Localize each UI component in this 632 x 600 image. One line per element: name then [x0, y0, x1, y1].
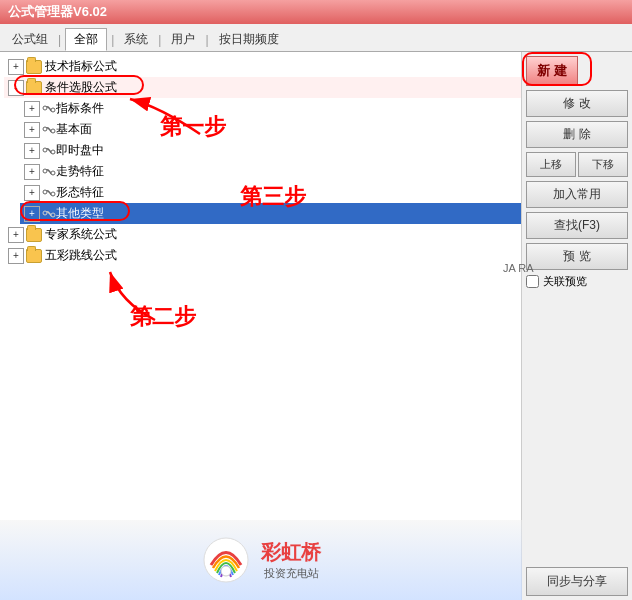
svg-point-3	[51, 129, 55, 133]
tree-item-colorful[interactable]: + 五彩跳线公式	[4, 245, 521, 266]
link-icon-basic	[42, 125, 56, 135]
tree-item-instant[interactable]: + 即时盘中	[20, 140, 521, 161]
preview-button[interactable]: 预 览	[526, 243, 628, 270]
move-up-button[interactable]: 上移	[526, 152, 576, 177]
delete-button[interactable]: 删 除	[526, 121, 628, 148]
app-title: 公式管理器V6.02	[8, 3, 107, 21]
tab-system[interactable]: 系统	[118, 29, 154, 50]
title-bar: 公式管理器V6.02	[0, 0, 632, 24]
find-button[interactable]: 查找(F3)	[526, 212, 628, 239]
left-panel-wrapper: + 技术指标公式 - 条件选股公式 +	[0, 52, 522, 600]
folder-icon-colorful	[26, 249, 42, 263]
modify-button[interactable]: 修 改	[526, 90, 628, 117]
tree-label-basic: 基本面	[56, 121, 92, 138]
tree-item-expert[interactable]: + 专家系统公式	[4, 224, 521, 245]
link-preview-checkbox[interactable]	[526, 275, 539, 288]
tree-label-instant: 即时盘中	[56, 142, 104, 159]
sync-button[interactable]: 同步与分享	[526, 567, 628, 596]
svg-point-1	[51, 108, 55, 112]
tab-all[interactable]: 全部	[65, 28, 107, 51]
tab-group-label: 公式组	[6, 29, 54, 50]
tree-item-tech[interactable]: + 技术指标公式	[4, 56, 521, 77]
expander-trend[interactable]: +	[24, 164, 40, 180]
folder-icon-cond	[26, 81, 42, 95]
new-button[interactable]: 新 建	[526, 56, 578, 86]
rainbow-logo	[201, 535, 251, 585]
link-icon-shape	[42, 188, 56, 198]
tree-label-expert: 专家系统公式	[45, 226, 117, 243]
folder-icon-tech	[26, 60, 42, 74]
expander-cond[interactable]: -	[8, 80, 24, 96]
content-area: + 技术指标公式 - 条件选股公式 +	[0, 52, 632, 600]
tree-label-shape: 形态特征	[56, 184, 104, 201]
tree-item-indicator[interactable]: + 指标条件	[20, 98, 521, 119]
tree-item-basic[interactable]: + 基本面	[20, 119, 521, 140]
tab-user[interactable]: 用户	[165, 29, 201, 50]
expander-expert[interactable]: +	[8, 227, 24, 243]
link-icon-indicator	[42, 104, 56, 114]
tree-label-tech: 技术指标公式	[45, 58, 117, 75]
svg-point-9	[51, 192, 55, 196]
svg-point-0	[43, 106, 47, 110]
watermark-main-text: 彩虹桥	[261, 539, 321, 566]
tree-label-indicator: 指标条件	[56, 100, 104, 117]
tree-item-other[interactable]: + 其他类型	[20, 203, 521, 224]
link-preview-label: 关联预览	[543, 274, 587, 289]
tab-date-freq[interactable]: 按日期频度	[213, 29, 285, 50]
link-icon-trend	[42, 167, 56, 177]
link-icon-other	[42, 209, 56, 219]
expander-basic[interactable]: +	[24, 122, 40, 138]
svg-point-10	[43, 211, 47, 215]
svg-point-11	[51, 213, 55, 217]
svg-point-2	[43, 127, 47, 131]
expander-other[interactable]: +	[24, 206, 40, 222]
svg-point-4	[43, 148, 47, 152]
tree-label-cond: 条件选股公式	[45, 79, 117, 96]
add-common-button[interactable]: 加入常用	[526, 181, 628, 208]
tab-bar: 公式组 | 全部 | 系统 | 用户 | 按日期频度	[0, 24, 632, 52]
tree-panel: + 技术指标公式 - 条件选股公式 +	[0, 52, 522, 600]
svg-point-14	[221, 566, 231, 576]
new-button-wrapper: 新 建	[526, 56, 628, 86]
expander-tech[interactable]: +	[8, 59, 24, 75]
expander-shape[interactable]: +	[24, 185, 40, 201]
tree-label-colorful: 五彩跳线公式	[45, 247, 117, 264]
move-buttons: 上移 下移	[526, 152, 628, 177]
link-preview-row: 关联预览	[526, 274, 628, 289]
watermark-sub-text: 投资充电站	[264, 566, 319, 581]
folder-icon-expert	[26, 228, 42, 242]
svg-point-6	[43, 169, 47, 173]
watermark-text-group: 彩虹桥 投资充电站	[261, 539, 321, 581]
svg-point-5	[51, 150, 55, 154]
tree-label-other: 其他类型	[56, 205, 104, 222]
move-down-button[interactable]: 下移	[578, 152, 628, 177]
right-panel: 新 建 修 改 删 除 上移 下移 加入常用 查找(	[522, 52, 632, 600]
main-window: 公式组 | 全部 | 系统 | 用户 | 按日期频度 + 技术指标公式 -	[0, 24, 632, 600]
expander-colorful[interactable]: +	[8, 248, 24, 264]
tree-item-cond[interactable]: - 条件选股公式	[4, 77, 521, 98]
link-icon-instant	[42, 146, 56, 156]
tree-item-trend[interactable]: + 走势特征	[20, 161, 521, 182]
tree-label-trend: 走势特征	[56, 163, 104, 180]
ja-ra-text: JA RA	[503, 262, 534, 274]
svg-point-7	[51, 171, 55, 175]
expander-indicator[interactable]: +	[24, 101, 40, 117]
svg-point-8	[43, 190, 47, 194]
watermark: 彩虹桥 投资充电站	[0, 520, 522, 600]
expander-instant[interactable]: +	[24, 143, 40, 159]
tree-item-shape[interactable]: + 形态特征	[20, 182, 521, 203]
